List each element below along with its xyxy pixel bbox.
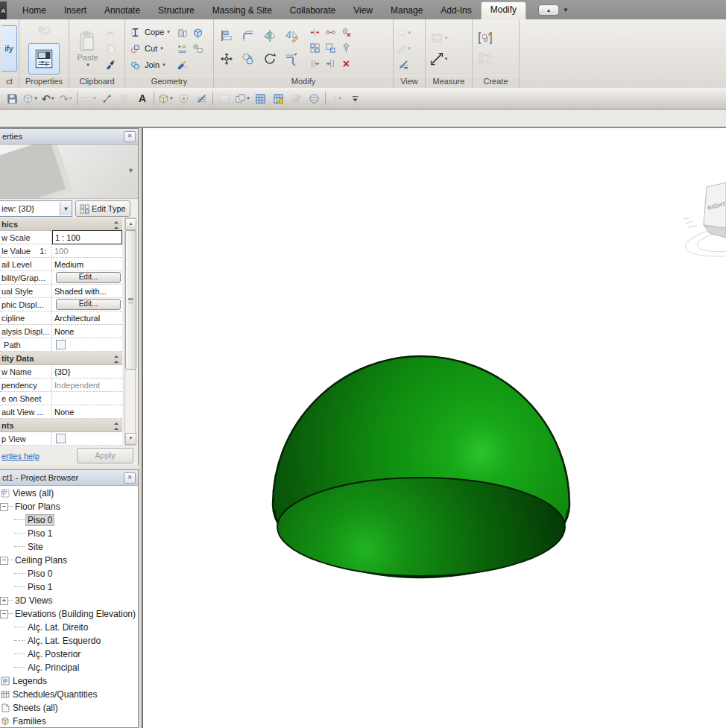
dropdown-icon[interactable]: ▾ [170, 95, 173, 101]
tree-item[interactable]: −Floor Plans [0, 500, 137, 513]
offset-icon[interactable] [239, 26, 258, 45]
tree-item[interactable]: Sheets (all) [0, 701, 137, 715]
ribbon-minimize-icon[interactable]: ▲ [538, 4, 559, 16]
mirror-draw-axis-icon[interactable] [282, 26, 301, 45]
cut-icon[interactable]: ✂ [104, 26, 118, 40]
create-group-icon[interactable] [476, 28, 495, 48]
edit-type-icon[interactable] [80, 204, 89, 214]
viewcube[interactable]: RIGHT [684, 183, 726, 262]
beam-join-icon[interactable] [175, 26, 189, 40]
array-icon[interactable] [308, 41, 322, 55]
properties-scrollbar[interactable]: ▲ ▼ [124, 218, 136, 446]
text-icon[interactable]: A [133, 90, 151, 107]
scale-icon[interactable] [323, 41, 338, 55]
dropdown-icon[interactable]: ▾ [69, 95, 72, 101]
tree-item[interactable]: Alç. Lat. Esquerdo [0, 634, 137, 648]
tab-collaborate[interactable]: Collaborate [281, 2, 344, 19]
void-cut-icon[interactable] [191, 42, 205, 56]
cut-geometry-icon[interactable] [128, 42, 142, 56]
tree-item[interactable]: Families [0, 715, 137, 727]
rotate-icon[interactable] [260, 49, 280, 69]
properties-palette-icon[interactable] [28, 43, 60, 75]
match-type-icon[interactable] [104, 57, 118, 72]
tree-item-label[interactable]: Site [26, 542, 45, 552]
wall-sweep-icon[interactable] [175, 42, 189, 56]
collapse-section-icon[interactable] [114, 420, 119, 431]
customize-qat-icon[interactable] [346, 90, 364, 107]
transfer-group-icon[interactable] [476, 49, 495, 69]
show-massing-icon[interactable] [191, 26, 205, 40]
property-value[interactable]: None [52, 405, 122, 418]
collapse-icon[interactable]: − [0, 610, 8, 618]
split-element-icon[interactable] [308, 25, 322, 39]
collapse-icon[interactable]: − [0, 503, 8, 511]
paste-button[interactable]: Paste ▾ [77, 29, 99, 68]
copy-icon[interactable] [239, 49, 258, 69]
switch-windows-icon[interactable]: ▾ [233, 90, 251, 107]
dropdown-icon[interactable]: ▾ [247, 95, 250, 101]
default-3d-view-icon[interactable]: ▾ [157, 90, 174, 107]
drawing-area[interactable]: RIGHT [143, 128, 726, 728]
dome-inner-surface[interactable] [277, 478, 565, 576]
tree-item-label[interactable]: Alç. Posterior [26, 649, 82, 659]
property-value[interactable] [52, 392, 122, 405]
chevron-down-icon[interactable]: ▼ [127, 167, 134, 174]
tree-item-label[interactable]: Piso 1 [26, 528, 54, 539]
dropdown-icon[interactable]: ▾ [162, 62, 165, 68]
property-value[interactable]: None [52, 325, 122, 338]
type-properties-icon[interactable] [34, 22, 54, 42]
property-value[interactable]: Medium [52, 258, 122, 270]
undo-icon[interactable]: ↶▾ [39, 90, 57, 107]
trim-multiple-icon[interactable] [308, 57, 322, 71]
measure-icon[interactable]: ▾ [429, 49, 448, 69]
apply-button[interactable]: Apply [77, 448, 133, 463]
expand-icon[interactable]: + [0, 597, 8, 605]
redo-icon[interactable]: ↷▾ [57, 90, 75, 107]
tree-item-label[interactable]: Elevations (Building Elevation) [13, 609, 137, 619]
join-button[interactable]: Join▾ [128, 57, 170, 72]
tree-item[interactable]: Alç. Principal [0, 661, 137, 674]
close-icon[interactable]: ✕ [124, 131, 136, 142]
paste-icon[interactable] [77, 29, 99, 53]
tree-item-label[interactable]: Alç. Lat. Direito [26, 622, 89, 633]
thin-lines-icon[interactable] [192, 90, 210, 107]
tree-item[interactable]: Schedules/Quantities [0, 688, 137, 701]
mirror-pick-axis-icon[interactable] [260, 26, 280, 45]
tree-item[interactable]: −Elevations (Building Elevation) [0, 607, 137, 621]
tree-item-label[interactable]: Views (all) [11, 488, 55, 498]
tab-massing-site[interactable]: Massing & Site [203, 2, 281, 19]
tree-item-label[interactable]: Alç. Principal [26, 662, 81, 673]
dropdown-icon[interactable]: ▾ [445, 56, 448, 62]
tree-item[interactable]: Legends [0, 674, 137, 688]
property-value[interactable]: Architectural [52, 311, 122, 324]
scrollbar-thumb[interactable] [125, 230, 136, 370]
join-geometry-icon[interactable] [128, 58, 142, 72]
dropdown-icon[interactable]: ▾ [408, 30, 411, 36]
tree-item[interactable]: Piso 0 [0, 567, 137, 580]
collapse-section-icon[interactable] [114, 219, 119, 230]
tab-insert[interactable]: Insert [55, 2, 95, 19]
tree-item-label[interactable]: 3D Views [13, 595, 54, 606]
scroll-up-icon[interactable]: ▲ [125, 218, 136, 230]
split-with-gap-icon[interactable] [323, 25, 338, 39]
tree-item[interactable]: −Ceiling Plans [0, 554, 137, 567]
trim-corner-icon[interactable] [282, 49, 301, 69]
close-icon[interactable]: ✕ [124, 472, 136, 484]
cope-icon[interactable] [128, 25, 142, 39]
properties-help-link[interactable]: erties help [1, 452, 40, 460]
publish-icon[interactable]: ↑▾ [328, 90, 346, 107]
tab-annotate[interactable]: Annotate [95, 2, 149, 19]
section-header[interactable]: nts [0, 419, 122, 432]
edit-button[interactable]: Edit... [56, 272, 121, 283]
dropdown-icon[interactable]: ▾ [160, 45, 163, 51]
collapse-section-icon[interactable] [114, 353, 119, 364]
tab-modify[interactable]: Modify [481, 1, 526, 19]
render-gallery-icon[interactable] [305, 90, 323, 107]
section-header[interactable]: hics [0, 218, 122, 231]
tree-item-label[interactable]: Piso 0 [26, 569, 54, 579]
checkbox[interactable] [56, 434, 66, 443]
tree-item-label[interactable]: Floor Plans [13, 501, 62, 512]
edit-button[interactable]: Edit... [56, 299, 121, 310]
visibility-graphics-icon[interactable] [251, 90, 269, 107]
delete-icon[interactable]: × [339, 57, 353, 71]
